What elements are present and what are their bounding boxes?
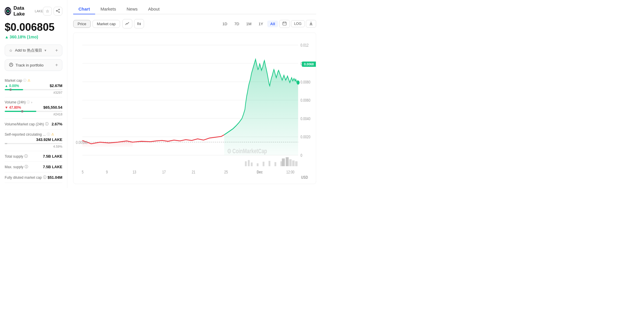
chart-controls: Price Market cap: [73, 19, 316, 28]
svg-text:5: 5: [82, 169, 83, 174]
svg-text:0.0060: 0.0060: [300, 98, 310, 103]
star-button[interactable]: ☆: [43, 7, 52, 16]
chart-tabs: Chart Markets News About: [73, 4, 316, 14]
svg-rect-30: [263, 162, 264, 166]
vol-mktcap-info-icon: ⓘ: [45, 122, 49, 127]
svg-text:0.012: 0.012: [300, 43, 309, 48]
market-cap-bar: [5, 89, 62, 90]
time-all[interactable]: All: [267, 21, 278, 27]
circulating-pct: 4.59%: [5, 145, 62, 148]
time-1m[interactable]: 1M: [243, 21, 254, 27]
time-range-buttons: 1D 7D 1M 1Y All: [220, 21, 278, 27]
stats-section: Market cap ⓘ ⚠ ▲ 0.00% $2.67M #3297 Volu…: [5, 76, 62, 183]
portfolio-icon: [9, 63, 13, 68]
price-type-button[interactable]: Price: [73, 20, 91, 28]
candlestick-button[interactable]: [134, 19, 144, 28]
volume-24h-rank: #2418: [5, 113, 62, 116]
time-1y[interactable]: 1Y: [256, 21, 266, 27]
svg-line-4: [57, 10, 59, 11]
coin-name: Data Lake: [13, 5, 32, 17]
vol-mktcap-value: 2.67%: [52, 122, 62, 126]
svg-rect-26: [245, 161, 247, 166]
track-portfolio-button[interactable]: Track in portfolio +: [5, 59, 62, 71]
svg-point-39: [297, 81, 299, 85]
svg-rect-28: [251, 163, 253, 166]
add-to-watchlist-button[interactable]: ☆ Add to 热点项目 ▾ +: [5, 45, 62, 56]
total-supply-info-icon: ⓘ: [24, 154, 28, 159]
time-1d[interactable]: 1D: [220, 21, 230, 27]
line-chart-button[interactable]: [122, 19, 132, 28]
svg-text:⊙ CoinMarketCap: ⊙ CoinMarketCap: [227, 147, 267, 154]
svg-rect-13: [283, 22, 286, 25]
market-cap-bar-thumb: [9, 88, 12, 91]
current-price-badge: 0.0068: [302, 62, 316, 67]
circulating-bar-fill: [5, 143, 7, 144]
svg-text:12:00: 12:00: [286, 169, 294, 174]
total-supply-label: Total supply: [5, 154, 23, 159]
market-cap-rank: #3297: [5, 91, 62, 94]
circulating-label: Self-reported circulating ...: [5, 132, 46, 137]
svg-point-1: [59, 9, 60, 10]
calendar-button[interactable]: [279, 20, 290, 28]
tab-chart[interactable]: Chart: [73, 4, 95, 14]
max-supply-row: Max. supply ⓘ 7.5B LAKE: [5, 162, 62, 172]
svg-text:0.0040: 0.0040: [300, 116, 310, 121]
svg-text:0.0080: 0.0080: [300, 79, 310, 84]
circulating-value: 343.92M LAKE: [36, 137, 62, 142]
svg-rect-35: [286, 157, 289, 166]
volume-24h-row: Volume (24h) ⓘ › ▼ 47.80% $65,550.54 #24…: [5, 97, 62, 119]
coin-ticker: LAKE: [35, 9, 43, 13]
volume-expand-icon[interactable]: ›: [31, 101, 32, 104]
volume-info-icon: ⓘ: [27, 100, 30, 104]
fully-diluted-info-icon: ⓘ: [43, 175, 47, 180]
svg-text:21: 21: [192, 169, 195, 174]
svg-text:13: 13: [133, 169, 136, 174]
volume-24h-bar: [5, 111, 62, 112]
svg-rect-36: [289, 159, 292, 166]
coin-name-group: Data Lake LAKE: [5, 5, 43, 17]
volume-24h-bar-fill: [5, 111, 36, 112]
market-cap-type-button[interactable]: Market cap: [93, 20, 120, 28]
market-cap-warn-icon: ⚠: [28, 79, 30, 82]
circulating-bar: [5, 143, 62, 144]
share-button[interactable]: [54, 7, 62, 16]
svg-rect-37: [292, 161, 294, 166]
svg-text:0: 0: [300, 153, 302, 158]
volume-24h-label: Volume (24h): [5, 100, 25, 104]
chart-area: 0.012 0.010 0.0080 0.0060 0.0040 0.0020 …: [73, 33, 316, 184]
tab-about[interactable]: About: [143, 4, 165, 14]
track-plus-icon: +: [55, 62, 58, 68]
svg-text:0.0020: 0.0020: [300, 134, 310, 139]
tab-markets[interactable]: Markets: [95, 4, 121, 14]
price-change-arrow: ▲: [5, 35, 9, 39]
max-supply-value: 7.5B LAKE: [43, 165, 62, 169]
price-change: ▲ 360.18% (1mo): [5, 35, 62, 39]
svg-text:9: 9: [106, 169, 108, 174]
svg-text:17: 17: [162, 169, 166, 174]
svg-point-2: [56, 10, 57, 11]
time-7d[interactable]: 7D: [231, 21, 242, 27]
chart-type-buttons: Price Market cap: [73, 20, 120, 28]
add-plus-icon: +: [55, 48, 58, 53]
star-icon: ☆: [46, 9, 49, 13]
coin-logo: [5, 7, 11, 15]
price-change-value: 360.18% (1mo): [10, 35, 38, 39]
svg-rect-10: [140, 23, 141, 25]
svg-text:25: 25: [224, 169, 228, 174]
track-label: Track in portfolio: [16, 63, 44, 67]
price-chart-svg: 0.012 0.010 0.0080 0.0060 0.0040 0.0020 …: [73, 33, 316, 184]
circulating-warn-icon: ⚠: [51, 132, 54, 136]
fully-diluted-label: Fully diluted market cap: [5, 176, 42, 180]
left-panel: Data Lake LAKE ☆ $0.006805: [0, 0, 67, 188]
svg-line-5: [57, 11, 59, 12]
tab-news[interactable]: News: [121, 4, 143, 14]
market-cap-value: $2.67M: [50, 84, 62, 88]
market-cap-info-icon: ⓘ: [23, 78, 26, 83]
log-button[interactable]: LOG: [291, 20, 305, 27]
fully-diluted-row: Fully diluted market cap ⓘ $51.04M: [5, 172, 62, 183]
svg-rect-27: [248, 160, 250, 166]
volume-24h-value: $65,550.54: [43, 105, 62, 110]
svg-rect-31: [268, 161, 270, 166]
market-cap-bar-fill: [5, 89, 23, 90]
download-button[interactable]: [306, 20, 316, 28]
